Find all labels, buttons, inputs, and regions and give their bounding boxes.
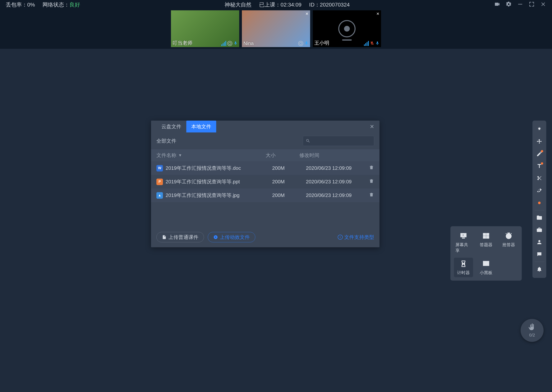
answer-icon: AB [481,231,491,240]
table-header: 文件名称 ▼ 大小 修改时间 [151,149,379,161]
ppt-icon: P [156,179,163,185]
svg-text:B: B [487,233,488,235]
rush-answer-icon [504,231,513,240]
tile-controls [298,41,309,46]
dialog-footer: 上传普通课件 上传动效文件 i 文件支持类型 [151,227,379,247]
svg-rect-0 [518,4,522,4]
file-name: 2019年工作汇报情况查询等等.jpg [166,192,272,199]
file-list: W 2019年工作汇报情况查询等等.doc 200M 2020/06/23 12… [151,161,379,202]
upload-normal-button[interactable]: 上传普通课件 [156,232,204,242]
topbar: 丢包率：0% 网络状态：良好 神秘大自然 已上课：02:34:09 ID：202… [0,0,552,10]
delete-button[interactable] [364,178,374,185]
dialog-close-icon[interactable]: ✕ [370,123,374,130]
col-size[interactable]: 大小 [266,152,299,159]
video-tile-student[interactable]: ✕ 王小明 [313,10,381,47]
raise-hand-button[interactable]: 0/2 [521,319,544,342]
toolbox-icon[interactable] [534,224,545,235]
file-row[interactable]: P 2019年工作汇报情况查询等等.ppt 200M 2020/06/23 12… [151,175,379,189]
bell-icon[interactable] [534,264,545,274]
info-icon: i [338,235,343,240]
all-files-label[interactable]: 全部文件 [156,138,176,144]
delete-button[interactable] [364,165,374,171]
camera-switch-icon[interactable] [494,1,500,9]
video-tile-teacher[interactable]: 叮当老师 [171,10,239,47]
dialog-tabs: 云盘文件 本地文件 ✕ [151,121,379,133]
scissors-icon[interactable] [534,173,545,184]
mic-icon[interactable] [375,41,379,46]
hand-count: 0/2 [529,333,535,338]
sort-arrow-icon: ▼ [178,153,182,158]
file-support-link[interactable]: i 文件支持类型 [338,234,374,241]
file-size: 200M [272,179,306,185]
dialog-subheader: 全部文件 [151,133,379,149]
folder-icon[interactable] [534,212,545,223]
participant-name: 王小明 [314,40,329,46]
volume-bars-icon [364,41,369,46]
file-time: 2020/06/23 12:09:09 [306,179,364,185]
tile-close-icon[interactable]: ✕ [305,12,309,16]
tool-screen-share[interactable]: 屏幕共享 [454,230,473,255]
file-size: 200M [272,165,306,171]
file-dialog: 云盘文件 本地文件 ✕ 全部文件 文件名称 ▼ 大小 修改时间 W 2019年工… [151,121,379,247]
search-input[interactable] [303,136,374,146]
class-title: 神秘大自然 [225,1,251,8]
minimize-icon[interactable] [517,1,523,9]
file-name: 2019年工作汇报情况查询等等.doc [166,165,272,171]
globe-icon[interactable] [227,41,232,46]
packet-loss: 丢包率：0% [6,1,35,8]
svg-text:2+3: 2+3 [485,262,488,265]
chat-icon[interactable] [534,249,545,260]
blackboard-icon: 2+3 [481,259,491,268]
file-name: 2019年工作汇报情况查询等等.ppt [166,178,272,185]
tool-answer[interactable]: AB 答题器 [477,230,496,255]
color-picker-icon[interactable] [534,197,545,208]
search-icon [306,139,310,143]
participant-name: 叮当老师 [173,40,192,46]
tool-timer[interactable]: 计时器 [454,258,473,277]
svg-text:A: A [484,233,485,235]
move-icon[interactable] [534,136,545,147]
col-time[interactable]: 修改时间 [299,152,364,159]
hand-icon [528,323,536,331]
globe-icon[interactable] [298,41,303,46]
tile-close-icon[interactable]: ✕ [376,12,379,16]
network-status: 网络状态：良好 [43,1,80,8]
upload-anim-button[interactable]: 上传动效文件 [208,232,255,242]
mic-icon[interactable] [304,41,309,46]
fullscreen-icon[interactable] [529,1,535,9]
laser-pointer-icon[interactable] [534,124,545,135]
file-size: 200M [272,192,306,198]
svg-rect-4 [487,236,489,238]
close-icon[interactable] [540,1,546,9]
text-icon[interactable] [534,161,545,171]
col-name[interactable]: 文件名称 ▼ [156,152,266,159]
tab-local-files[interactable]: 本地文件 [186,121,216,133]
eraser-icon[interactable] [534,185,545,196]
delete-button[interactable] [364,192,374,199]
video-tile-student[interactable]: ✕ Nina [242,10,310,47]
topbar-center: 神秘大自然 已上课：02:34:09 ID：2020070324 [80,1,494,8]
tab-cloud-files[interactable]: 云盘文件 [156,121,186,133]
loss-label: 丢包率： [6,2,27,8]
file-row[interactable]: W 2019年工作汇报情况查询等等.doc 200M 2020/06/23 12… [151,161,379,175]
tile-controls [221,41,238,46]
topbar-right [494,1,546,9]
svg-rect-3 [483,236,486,238]
mic-muted-icon[interactable] [370,41,374,46]
pen-icon[interactable] [534,148,545,159]
tile-controls [364,41,379,46]
volume-bars-icon [221,41,226,46]
file-time: 2020/06/23 12:09:09 [306,192,364,198]
mic-icon[interactable] [233,41,238,46]
file-time: 2020/06/23 12:09:09 [306,165,364,171]
tool-rush-answer[interactable]: 抢答器 [499,230,518,255]
tools-popup: 屏幕共享 AB 答题器 抢答器 计时器 2+3 小黑板 [450,226,522,280]
class-time: 已上课：02:34:09 [259,1,301,8]
timer-icon [459,259,468,268]
tool-blackboard[interactable]: 2+3 小黑板 [477,258,496,277]
camera-off-icon [338,20,356,37]
settings-icon[interactable] [506,1,512,9]
image-icon: ▲ [156,192,163,199]
file-row[interactable]: ▲ 2019年工作汇报情况查询等等.jpg 200M 2020/06/23 12… [151,189,379,202]
users-icon[interactable] [534,237,545,247]
